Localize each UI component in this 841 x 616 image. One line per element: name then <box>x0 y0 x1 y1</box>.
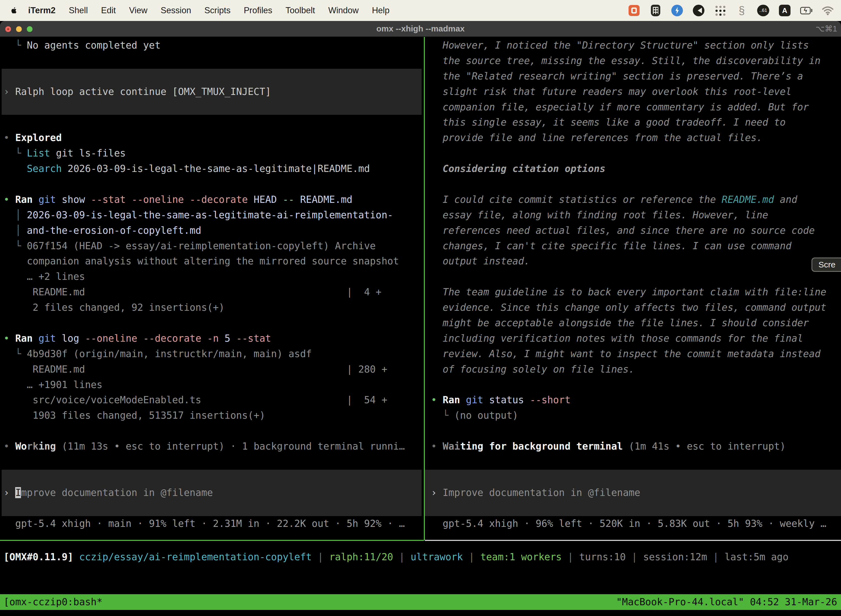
terminal-line <box>4 115 424 130</box>
terminal-line: gpt-5.4 xhigh · 96% left · 520K in · 5.8… <box>431 516 841 532</box>
terminal-line: Considering citation options <box>431 161 841 177</box>
terminal-line <box>4 69 424 84</box>
menu-item-session[interactable]: Session <box>154 6 198 15</box>
keyboard-layout-icon[interactable]: A <box>779 4 791 16</box>
battery-icon[interactable]: ϟ <box>800 4 812 16</box>
terminal-line <box>4 315 424 331</box>
tmux-window-tab[interactable]: [omx-cczip0:bash* <box>4 594 103 610</box>
terminal: └ No agents completed yet› Ralph loop ac… <box>0 37 841 616</box>
terminal-line: companion file, especially if more comme… <box>431 100 841 115</box>
terminal-line: … +1901 lines <box>4 377 424 393</box>
window-title: omx --xhigh --madmax <box>0 21 841 37</box>
terminal-line: • Working (11m 13s • esc to interrupt) ·… <box>4 439 424 454</box>
terminal-line: references need actual files, and since … <box>431 223 841 238</box>
terminal-line <box>431 423 841 439</box>
terminal-line <box>4 100 424 115</box>
terminal-line: review. Also, I might want to inspect th… <box>431 346 841 362</box>
terminal-line: 1903 files changed, 513517 insertions(+) <box>4 408 424 423</box>
apple-menu-icon[interactable] <box>10 6 18 15</box>
terminal-line <box>4 177 424 192</box>
menu-item-window[interactable]: Window <box>322 6 365 15</box>
apple-logo-icon <box>10 6 18 15</box>
menu-item-toolbelt[interactable]: Toolbelt <box>279 6 322 15</box>
tmux-host-clock: "MacBook-Pro-44.local" 04:52 31-Mar-26 <box>616 594 837 610</box>
terminal-line: › Improve documentation in @filename <box>4 485 424 501</box>
wifi-icon[interactable] <box>822 4 834 16</box>
terminal-line <box>431 501 841 516</box>
menu-status-icons: § ..61 A ϟ <box>628 4 841 16</box>
terminal-line: companion analysis without altering the … <box>4 254 424 269</box>
terminal-line: including verification notes with those … <box>431 331 841 346</box>
terminal-line <box>431 269 841 285</box>
terminal-line <box>431 177 841 192</box>
terminal-line <box>4 53 424 69</box>
blue-badge-icon[interactable] <box>671 4 683 16</box>
terminal-line: provide file and line references from th… <box>431 130 841 146</box>
terminal-line: the source tree, missing the essay. Stil… <box>431 53 841 69</box>
terminal-line: output instead. <box>431 254 841 269</box>
terminal-line: • Ran git show --stat --oneline --decora… <box>4 192 424 208</box>
terminal-line <box>431 146 841 161</box>
terminal-line: … +2 lines <box>4 269 424 285</box>
badge-61-icon[interactable]: ..61 <box>757 4 769 16</box>
menu-item-view[interactable]: View <box>123 6 154 15</box>
terminal-line: › Ralph loop active continue [OMX_TMUX_I… <box>4 84 424 100</box>
terminal-line: src/voice/voiceModeEnabled.ts | 54 + <box>4 392 424 408</box>
terminal-line: README.md | 280 + <box>4 362 424 377</box>
terminal-line: gpt-5.4 xhigh · main · 91% left · 2.31M … <box>4 516 424 532</box>
terminal-line: of focusing solely on file lines. <box>431 362 841 377</box>
terminal-line: └ 067f154 (HEAD -> essay/ai-reimplementa… <box>4 238 424 254</box>
terminal-line <box>431 377 841 393</box>
terminal-line: └ 4b9d30f (origin/main, instructkr/main,… <box>4 346 424 362</box>
terminal-line: this single essay, it seems like a good … <box>431 115 841 130</box>
terminal-line: essay file, along with finding root file… <box>431 208 841 223</box>
pane-border-left <box>0 540 424 541</box>
terminal-line: I could cite commit statistics or refere… <box>431 192 841 208</box>
terminal-line: • Explored <box>4 130 424 146</box>
terminal-line: evidence. Since this change only affects… <box>431 300 841 315</box>
menu-item-iterm2[interactable]: iTerm2 <box>22 6 62 15</box>
terminal-line: └ No agents completed yet <box>4 38 424 53</box>
terminal-line: • Waiting for background terminal (1m 41… <box>431 439 841 454</box>
terminal-line <box>4 454 424 470</box>
terminal-line: • Ran git log --oneline --decorate -n 5 … <box>4 331 424 346</box>
tmux-pane-left[interactable]: └ No agents completed yet› Ralph loop ac… <box>0 37 424 540</box>
terminal-line <box>4 423 424 439</box>
terminal-line: the "Related research writing" section i… <box>431 69 841 84</box>
terminal-line: However, I noticed the "Directory Struct… <box>431 38 841 53</box>
terminal-line <box>431 454 841 470</box>
terminal-line <box>4 501 424 516</box>
menu-item-help[interactable]: Help <box>365 6 396 15</box>
terminal-line: • Ran git status --short <box>431 392 841 408</box>
terminal-line: │ 2026-03-09-is-legal-the-same-as-legiti… <box>4 208 424 223</box>
dots-grid-icon[interactable] <box>714 4 726 16</box>
terminal-line <box>4 470 424 485</box>
pane-border-right <box>425 540 841 541</box>
terminal-line: slight risk that future readers may over… <box>431 84 841 100</box>
terminal-line: │ and-the-erosion-of-copyleft.md <box>4 223 424 238</box>
menu-item-scripts[interactable]: Scripts <box>198 6 237 15</box>
terminal-line: › Improve documentation in @filename <box>431 485 841 501</box>
terminal-line: changes, I can't cite specific file line… <box>431 238 841 254</box>
chat-icon[interactable] <box>628 4 640 16</box>
terminal-line: README.md | 4 + <box>4 285 424 300</box>
screen: iTerm2ShellEditViewSessionScriptsProfile… <box>0 0 841 616</box>
menu-bar: iTerm2ShellEditViewSessionScriptsProfile… <box>0 0 841 21</box>
menu-item-profiles[interactable]: Profiles <box>237 6 279 15</box>
terminal-line: might be acceptable alongside the file l… <box>431 315 841 331</box>
menu-item-shell[interactable]: Shell <box>62 6 94 15</box>
dark-disc-icon[interactable] <box>693 4 705 16</box>
omx-status-line: [OMX#0.11.9] cczip/essay/ai-reimplementa… <box>4 549 788 565</box>
squiggle-icon[interactable]: § <box>736 4 748 16</box>
menu-items: iTerm2ShellEditViewSessionScriptsProfile… <box>22 6 396 15</box>
menu-item-edit[interactable]: Edit <box>94 6 122 15</box>
tmux-pane-right[interactable]: However, I noticed the "Directory Struct… <box>425 37 841 540</box>
window-titlebar: omx --xhigh --madmax ⌥⌘1 <box>0 21 841 37</box>
terminal-line: 2 files changed, 92 insertions(+) <box>4 300 424 315</box>
tmux-status-bar: [omx-cczip0:bash* "MacBook-Pro-44.local"… <box>0 594 841 610</box>
terminal-line <box>431 470 841 485</box>
terminal-line: Search 2026-03-09-is-legal-the-same-as-l… <box>4 161 424 177</box>
terminal-line: └ (no output) <box>431 408 841 423</box>
terminal-line: └ List git ls-files <box>4 146 424 161</box>
shield-grid-icon[interactable] <box>649 4 662 16</box>
